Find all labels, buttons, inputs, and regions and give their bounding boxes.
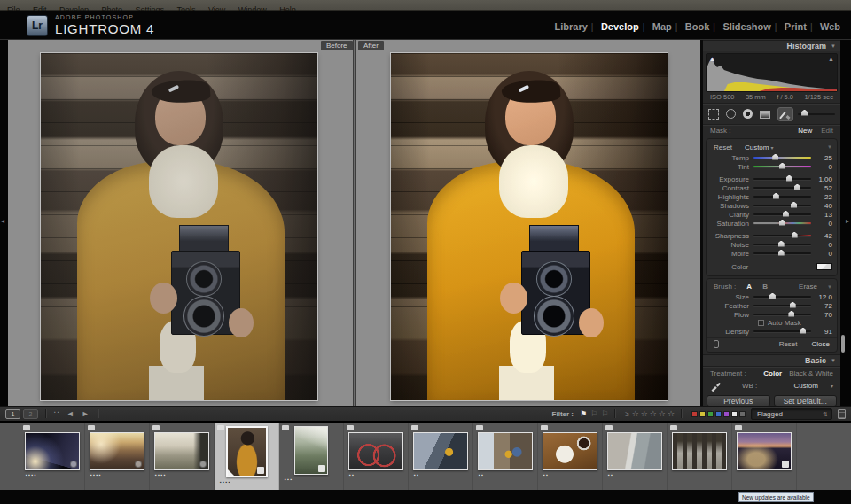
mask-new-button[interactable]: New	[798, 127, 812, 135]
filmstrip-thumb-sunset-road[interactable]: ▪▪▪▪	[85, 423, 150, 491]
previous-photo-arrow-icon[interactable]: ◄	[66, 409, 74, 418]
white-balance-eyedropper-icon[interactable]	[710, 381, 721, 392]
filmstrip-thumb-woman-with-camera[interactable]: ▪▪▪▪	[215, 423, 279, 491]
spot-removal-tool-icon[interactable]	[726, 109, 736, 119]
module-web[interactable]: Web	[820, 21, 840, 32]
filmstrip-source-icon[interactable]	[838, 409, 846, 419]
thumbnail-image[interactable]	[226, 426, 268, 477]
none-label-filter[interactable]	[739, 411, 746, 417]
flag-badge[interactable]	[735, 425, 742, 430]
highlight-clipping-icon[interactable]: ▲	[828, 56, 834, 62]
enable-toggle-icon[interactable]	[714, 340, 719, 348]
color-swatch[interactable]	[816, 263, 832, 270]
after-photo[interactable]	[391, 53, 668, 400]
slider-track[interactable]	[753, 314, 811, 315]
rejected-filter-icon[interactable]: ⚐	[601, 409, 608, 418]
filmstrip-thumb-night-city[interactable]: ▪▪▪▪	[20, 423, 85, 491]
slider-track[interactable]	[753, 213, 811, 215]
slider-thumb[interactable]	[800, 328, 806, 334]
basic-header[interactable]: Basic▼	[703, 354, 840, 366]
brush-erase-button[interactable]: Erase	[799, 283, 817, 291]
flag-badge[interactable]	[670, 425, 677, 430]
slider-thumb[interactable]	[786, 175, 792, 182]
slider-track[interactable]	[753, 222, 811, 224]
slider-track[interactable]	[753, 330, 811, 332]
brush-b-button[interactable]: B	[762, 283, 768, 291]
thumbnail-image[interactable]	[25, 432, 80, 470]
thumbnail-image[interactable]	[90, 432, 144, 470]
thumbnail-image[interactable]	[478, 432, 533, 470]
second-window-button[interactable]: 2	[23, 409, 38, 419]
slider-track[interactable]	[753, 235, 811, 236]
filmstrip-thumb-beach[interactable]: ▪▪	[603, 423, 668, 491]
slider-track[interactable]	[753, 196, 811, 198]
compare-divider[interactable]	[353, 40, 356, 406]
tool-slider[interactable]	[798, 113, 835, 115]
adjustment-brush-tool-icon[interactable]	[777, 107, 793, 121]
left-panel-collapsed-strip[interactable]: ◂	[0, 40, 8, 406]
slider-track[interactable]	[753, 252, 811, 254]
flag-badge[interactable]	[605, 425, 613, 430]
star-rating[interactable]: ▪▪	[344, 472, 408, 477]
slider-track[interactable]	[753, 205, 811, 206]
rating-ge-icon[interactable]: ≥	[625, 410, 628, 418]
slider-thumb[interactable]	[792, 232, 798, 238]
slider-thumb[interactable]	[772, 154, 778, 160]
grid-view-icon[interactable]: ∷	[54, 409, 59, 418]
star-rating[interactable]	[732, 472, 796, 477]
brush-a-button[interactable]: A	[746, 283, 752, 291]
right-panel-edge-strip[interactable]: ▸	[846, 40, 851, 406]
thumbnail-image[interactable]	[294, 426, 328, 475]
thumbnail-image[interactable]	[413, 432, 468, 470]
brush-reset-button[interactable]: Reset	[779, 340, 798, 348]
filmstrip-thumb-bay-bridge[interactable]	[732, 423, 797, 491]
scrollbar-thumb[interactable]	[841, 335, 845, 353]
filmstrip-thumb-misty-mountain[interactable]: ▪▪▪	[279, 423, 344, 491]
slider-track[interactable]	[753, 187, 811, 189]
filmstrip-thumb-bicycle[interactable]: ▪▪	[344, 423, 409, 491]
star-rating[interactable]: ▪▪▪▪	[20, 472, 84, 477]
crop-tool-icon[interactable]	[708, 109, 719, 120]
module-library[interactable]: Library	[555, 21, 588, 32]
wb-value-dropdown[interactable]: Custom	[793, 382, 818, 390]
flag-badge[interactable]	[347, 425, 354, 430]
wb-dropdown-arrow-icon[interactable]: ▾	[831, 383, 833, 389]
thumbnail-image[interactable]	[737, 432, 792, 470]
star-rating[interactable]: ▪▪	[603, 472, 667, 477]
slider-thumb[interactable]	[769, 293, 776, 299]
star-rating[interactable]: ▪▪	[473, 472, 537, 477]
slider-thumb[interactable]	[788, 311, 794, 317]
main-window-button[interactable]: 1	[5, 409, 20, 419]
slider-track[interactable]	[753, 244, 811, 245]
slider-track[interactable]	[753, 157, 811, 159]
slider-thumb[interactable]	[779, 163, 785, 169]
filmstrip-thumb-pine-trees[interactable]	[668, 423, 732, 491]
graduated-filter-tool-icon[interactable]	[760, 111, 770, 119]
flag-badge[interactable]	[282, 425, 289, 430]
star-rating[interactable]: ▪▪▪▪	[85, 472, 149, 477]
flag-badge[interactable]	[476, 425, 483, 430]
thumbnail-image[interactable]	[672, 432, 727, 470]
slider-track[interactable]	[753, 166, 811, 167]
effect-preset-dropdown[interactable]: Custom	[745, 143, 769, 151]
module-book[interactable]: Book	[685, 21, 710, 32]
histogram-header[interactable]: Histogram▼	[703, 40, 840, 51]
slider-track[interactable]	[753, 296, 811, 298]
before-photo[interactable]	[41, 53, 317, 400]
star-rating-filter[interactable]: ☆☆☆☆☆	[632, 409, 676, 418]
slider-thumb[interactable]	[791, 202, 797, 208]
red-eye-tool-icon[interactable]	[743, 109, 753, 119]
hide-right-panel-arrow-icon[interactable]: ▸	[846, 217, 849, 225]
filmstrip-thumb-stairwell[interactable]: ▪▪	[409, 423, 473, 491]
module-develop[interactable]: Develop	[601, 21, 639, 32]
slider-track[interactable]	[753, 305, 811, 306]
star-rating[interactable]: ▪▪▪	[279, 477, 343, 482]
module-slideshow[interactable]: Slideshow	[722, 21, 770, 32]
thumbnail-image[interactable]	[543, 432, 597, 470]
next-photo-arrow-icon[interactable]: ►	[82, 409, 90, 418]
slider-thumb[interactable]	[778, 250, 785, 256]
flagged-filter-icon[interactable]: ⚑	[580, 409, 587, 418]
collapse-triangle-icon[interactable]: ▼	[831, 355, 836, 367]
before-tab[interactable]: Before	[321, 41, 353, 50]
flag-badge[interactable]	[23, 425, 30, 430]
